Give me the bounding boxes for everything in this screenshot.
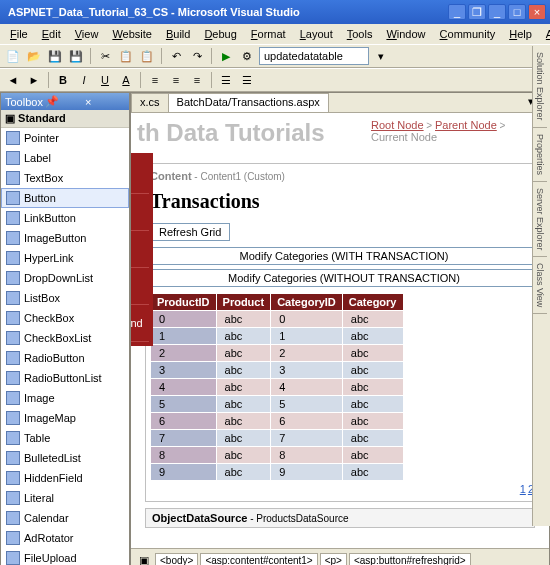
toolbox-item-bulletedlist[interactable]: BulletedList (1, 448, 129, 468)
bold-icon[interactable]: B (54, 71, 72, 89)
menu-website[interactable]: Website (106, 26, 158, 42)
table-row[interactable]: 5abc5abc (151, 396, 404, 413)
tag-selector[interactable]: <p> (320, 553, 347, 566)
toolbox-item-imagemap[interactable]: ImageMap (1, 408, 129, 428)
table-row[interactable]: 8abc8abc (151, 447, 404, 464)
tag-selector[interactable]: <asp:content#content1> (200, 553, 317, 566)
tab-aspx-file[interactable]: BatchData/Transactions.aspx (168, 93, 329, 112)
list-bullet-icon[interactable]: ☰ (217, 71, 235, 89)
underline-icon[interactable]: U (96, 71, 114, 89)
saveall-icon[interactable]: 💾 (67, 47, 85, 65)
open-icon[interactable]: 📂 (25, 47, 43, 65)
menu-build[interactable]: Build (160, 26, 196, 42)
config-combo[interactable] (259, 47, 369, 65)
dock-tab-solution-explorer[interactable]: Solution Explorer (533, 46, 547, 128)
toolbox-item-radiobuttonlist[interactable]: RadioButtonList (1, 368, 129, 388)
menu-tools[interactable]: Tools (341, 26, 379, 42)
toolbox-item-adrotator[interactable]: AdRotator (1, 528, 129, 548)
table-row[interactable]: 4abc4abc (151, 379, 404, 396)
save-icon[interactable]: 💾 (46, 47, 64, 65)
table-row[interactable]: 3abc3abc (151, 362, 404, 379)
tag-selector[interactable]: <asp:button#refreshgrid> (349, 553, 471, 566)
toolbox-item-button[interactable]: Button (1, 188, 129, 208)
menu-layout[interactable]: Layout (294, 26, 339, 42)
grid-header[interactable]: Category (342, 294, 403, 311)
new-icon[interactable]: 📄 (4, 47, 22, 65)
content-placeholder[interactable]: Content Content - Content1 (Custom)- Con… (145, 163, 543, 502)
align-left-icon[interactable]: ≡ (146, 71, 164, 89)
table-row[interactable]: 7abc7abc (151, 430, 404, 447)
sidenav-item[interactable]: ater (131, 268, 149, 305)
tab-cs-file[interactable]: x.cs (131, 93, 169, 112)
toolbox-item-image[interactable]: Image (1, 388, 129, 408)
pin-icon[interactable]: 📌 (45, 95, 85, 108)
grid-header[interactable]: ProductID (151, 294, 217, 311)
breadcrumb-root[interactable]: Root Node (371, 119, 424, 131)
sidenav-item[interactable]: with (131, 231, 149, 268)
tag-selector[interactable]: <body> (155, 553, 198, 566)
menu-addins[interactable]: Addins (540, 26, 550, 42)
grid-header[interactable]: Product (216, 294, 271, 311)
dropdown-icon[interactable]: ▾ (372, 47, 390, 65)
toolbox-item-dropdownlist[interactable]: DropDownList (1, 268, 129, 288)
menu-debug[interactable]: Debug (198, 26, 242, 42)
align-center-icon[interactable]: ≡ (167, 71, 185, 89)
dock-tab-class-view[interactable]: Class View (533, 257, 547, 314)
sidenav-item[interactable]: ng and (131, 305, 149, 342)
settings-icon[interactable]: ⚙ (238, 47, 256, 65)
italic-icon[interactable]: I (75, 71, 93, 89)
toolbox-item-pointer[interactable]: Pointer (1, 128, 129, 148)
undo-icon[interactable]: ↶ (167, 47, 185, 65)
breadcrumb-parent[interactable]: Parent Node (435, 119, 497, 131)
toolbox-item-fileupload[interactable]: FileUpload (1, 548, 129, 565)
grid-header[interactable]: CategoryID (271, 294, 343, 311)
minimize-button[interactable]: _ (448, 4, 466, 20)
design-surface[interactable]: th Data Tutorials Root Node > Parent Nod… (131, 113, 549, 548)
sidenav-item[interactable]: ng (131, 194, 149, 231)
dock-tab-server-explorer[interactable]: Server Explorer (533, 182, 547, 258)
menu-view[interactable]: View (69, 26, 105, 42)
paste-icon[interactable]: 📋 (138, 47, 156, 65)
color-icon[interactable]: A (117, 71, 135, 89)
dock-tab-properties[interactable]: Properties (533, 128, 547, 182)
table-row[interactable]: 9abc9abc (151, 464, 404, 481)
copy-icon[interactable]: 📋 (117, 47, 135, 65)
sidenav-item[interactable]: g, (131, 157, 149, 194)
minimize2-button[interactable]: _ (488, 4, 506, 20)
table-row[interactable]: 2abc2abc (151, 345, 404, 362)
menu-file[interactable]: File (4, 26, 34, 42)
menu-help[interactable]: Help (503, 26, 538, 42)
toolbox-item-literal[interactable]: Literal (1, 488, 129, 508)
redo-icon[interactable]: ↷ (188, 47, 206, 65)
toolbox-item-linkbutton[interactable]: LinkButton (1, 208, 129, 228)
objectdatasource[interactable]: ObjectDataSource - ObjectDataSource - Pr… (145, 508, 535, 528)
products-gridview[interactable]: ProductIDProductCategoryIDCategory0abc0a… (150, 293, 404, 481)
toolbox-close-icon[interactable]: × (85, 96, 125, 108)
maximize-button[interactable]: □ (508, 4, 526, 20)
toolbox-item-checkboxlist[interactable]: CheckBoxList (1, 328, 129, 348)
design-view-icon[interactable]: ▣ (135, 551, 153, 565)
nav-fwd-icon[interactable]: ► (25, 71, 43, 89)
menu-edit[interactable]: Edit (36, 26, 67, 42)
nav-back-icon[interactable]: ◄ (4, 71, 22, 89)
menu-community[interactable]: Community (434, 26, 502, 42)
table-row[interactable]: 6abc6abc (151, 413, 404, 430)
cut-icon[interactable]: ✂ (96, 47, 114, 65)
toolbox-item-table[interactable]: Table (1, 428, 129, 448)
toolbox-item-label[interactable]: Label (1, 148, 129, 168)
toolbox-item-checkbox[interactable]: CheckBox (1, 308, 129, 328)
list-num-icon[interactable]: ☰ (238, 71, 256, 89)
refresh-grid-button[interactable]: Refresh Grid (150, 223, 230, 241)
toolbox-item-radiobutton[interactable]: RadioButton (1, 348, 129, 368)
modify-without-transaction-button[interactable]: Modify Categories (WITHOUT TRANSACTION) (150, 269, 538, 287)
toolbox-item-calendar[interactable]: Calendar (1, 508, 129, 528)
pager-link[interactable]: 1 (520, 483, 526, 495)
table-row[interactable]: 1abc1abc (151, 328, 404, 345)
toolbox-item-hiddenfield[interactable]: HiddenField (1, 468, 129, 488)
close-button[interactable]: × (528, 4, 546, 20)
menu-format[interactable]: Format (245, 26, 292, 42)
toolbox-item-listbox[interactable]: ListBox (1, 288, 129, 308)
menu-window[interactable]: Window (380, 26, 431, 42)
restore-button[interactable]: ❐ (468, 4, 486, 20)
toolbox-item-imagebutton[interactable]: ImageButton (1, 228, 129, 248)
